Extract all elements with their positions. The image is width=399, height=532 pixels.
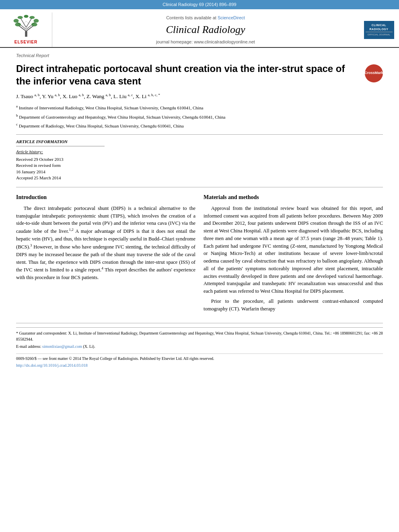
doi-link[interactable]: http://dx.doi.org/10.1016/j.crad.2014.03… (16, 363, 88, 368)
accepted-date: Accepted 25 March 2014 (16, 175, 105, 181)
elsevier-logo: ELSEVIER (0, 12, 52, 47)
materials-title: Materials and methods (204, 193, 383, 201)
journal-title-section: Contents lists available at ScienceDirec… (52, 12, 359, 47)
top-bar: Clinical Radiology 69 (2014) 896–899 (0, 0, 399, 9)
radiology-logo-box: CLINICALRADIOLOGY OFFICIAL JOURNAL (359, 12, 399, 47)
materials-section: Materials and methods Approval from the … (204, 193, 383, 315)
svg-rect-0 (25, 31, 27, 37)
svg-point-8 (13, 19, 19, 23)
email-link[interactable]: simonlixiao@gmail.com (42, 344, 82, 349)
crossmark-badge[interactable]: CrossMark (365, 64, 383, 82)
materials-para-1: Approval from the institutional review b… (204, 205, 383, 295)
revised-date: 16 January 2014 (16, 169, 105, 175)
introduction-title: Introduction (16, 193, 195, 201)
copyright-bar: 0009-9260/$ — see front matter © 2014 Th… (16, 353, 383, 362)
article-meta-section: ARTICLE INFORMATION Article history: Rec… (16, 139, 383, 181)
radiology-logo: CLINICALRADIOLOGY OFFICIAL JOURNAL (364, 21, 394, 39)
section-label: Technical Report (16, 53, 383, 59)
introduction-section: Introduction The direct intrahepatic por… (16, 193, 195, 315)
svg-point-13 (24, 15, 28, 18)
svg-point-10 (31, 23, 37, 27)
elsevier-tree-icon (10, 14, 42, 39)
article-title-row: Direct intrahepatic portocaval shunt cre… (16, 62, 383, 87)
article-content: Technical Report Direct intrahepatic por… (0, 53, 399, 315)
journal-name: Clinical Radiology (166, 23, 245, 37)
footnote-divider (16, 323, 383, 323)
article-history-label: Article history: (16, 149, 105, 155)
guarantor-footnote: * Guarantor and correspondent: X. Li, In… (16, 330, 383, 342)
revised-label: Received in revised form (16, 162, 105, 168)
article-info-label: ARTICLE INFORMATION (16, 139, 105, 146)
journal-citation: Clinical Radiology 69 (2014) 896–899 (162, 2, 236, 7)
affiliations: a Institute of Interventional Radiology,… (16, 103, 383, 129)
svg-line-3 (21, 18, 26, 28)
authors-line: J. Tsauo a, b, Y. Yu a, b, X. Luo a, b, … (16, 92, 383, 101)
svg-line-6 (26, 18, 32, 28)
journal-header: ELSEVIER Contents lists available at Sci… (0, 9, 399, 48)
radiology-logo-subtitle: OFFICIAL JOURNAL (366, 33, 393, 36)
affiliation-c: c Department of Radiology, West China Ho… (16, 121, 383, 129)
introduction-body: The direct intrahepatic portocaval shunt… (16, 205, 195, 281)
article-title: Direct intrahepatic portocaval shunt cre… (16, 62, 359, 87)
materials-para-2: Prior to the procedure, all patients und… (204, 298, 383, 313)
sciencedirect-link[interactable]: ScienceDirect (218, 15, 245, 20)
body-two-col: Introduction The direct intrahepatic por… (16, 193, 383, 315)
crossmark-icon: CrossMark (365, 64, 383, 82)
svg-point-7 (15, 23, 21, 27)
materials-body: Approval from the institutional review b… (204, 205, 383, 313)
received-date: Received 29 October 2013 (16, 156, 105, 162)
svg-point-9 (17, 16, 23, 19)
intro-para-1: The direct intrahepatic portocaval shunt… (16, 205, 195, 281)
article-info-box: ARTICLE INFORMATION Article history: Rec… (16, 139, 105, 181)
svg-rect-14 (23, 21, 29, 27)
affiliation-b: b Department of Gastroenterology and Hep… (16, 113, 383, 121)
journal-homepage: journal homepage: www.clinicalradiologyo… (156, 39, 255, 45)
elsevier-label: ELSEVIER (14, 39, 37, 45)
footer-section: * Guarantor and correspondent: X. Li, In… (0, 323, 399, 368)
divider-1 (16, 134, 383, 135)
footnotes: * Guarantor and correspondent: X. Li, In… (16, 327, 383, 349)
doi-line: http://dx.doi.org/10.1016/j.crad.2014.03… (16, 363, 383, 368)
svg-point-12 (29, 16, 35, 19)
article-info-spacer (113, 139, 383, 181)
divider-2 (16, 187, 383, 187)
svg-point-11 (33, 19, 39, 23)
copyright-text: 0009-9260/$ — see front matter © 2014 Th… (16, 356, 214, 362)
affiliation-a: a Institute of Interventional Radiology,… (16, 103, 383, 111)
sciencedirect-line: Contents lists available at ScienceDirec… (166, 15, 245, 21)
email-footnote: E-mail address: simonlixiao@gmail.com (X… (16, 343, 383, 349)
radiology-logo-text: CLINICALRADIOLOGY (366, 23, 393, 31)
